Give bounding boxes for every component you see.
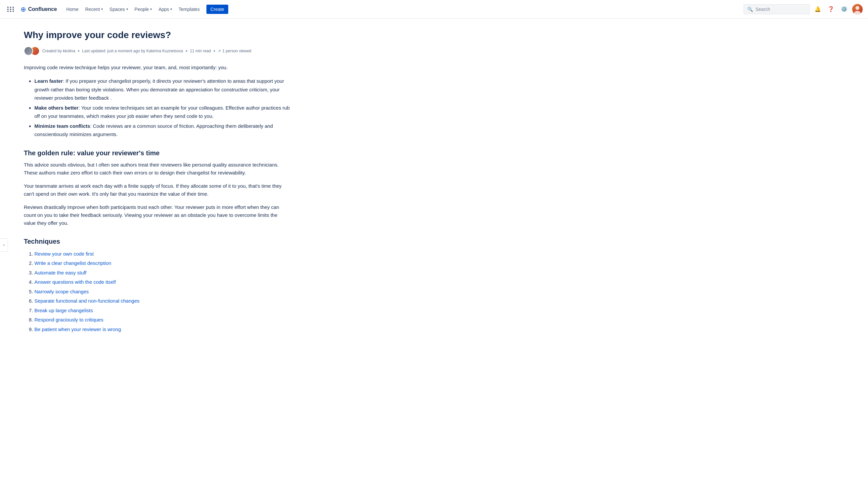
techniques-heading: Techniques [24,238,290,245]
list-item: Write a clear changelist description [34,259,290,268]
confluence-logo-text: Confluence [28,6,57,12]
search-icon: 🔍 [747,7,753,12]
svg-point-0 [856,6,859,10]
page-title: Why improve your code reviews? [24,29,290,41]
nav-right: 🔍 Search 🔔 ❓ ⚙️ [744,4,863,15]
svg-point-1 [854,11,861,15]
created-by: Created by kkolina [42,49,75,53]
help-button[interactable]: ❓ [826,4,836,15]
list-item: Respond graciously to critiques [34,315,290,325]
list-item: Minimize team conflicts: Code reviews ar… [34,122,290,139]
nav-left: ⊕ Confluence Home Recent ▾ Spaces ▾ Peop… [5,5,228,14]
user-avatar[interactable] [852,4,863,15]
confluence-logo-icon: ⊕ [21,5,26,13]
last-updated: Last updated: just a moment ago by Kater… [82,49,183,53]
technique-link[interactable]: Answer questions with the code itself [34,279,116,285]
apps-chevron-icon: ▾ [170,7,172,11]
spaces-chevron-icon: ▾ [126,7,128,11]
meta-section: Created by kkolina • Last updated: just … [24,46,290,56]
navbar: ⊕ Confluence Home Recent ▾ Spaces ▾ Peop… [0,0,868,19]
technique-link[interactable]: Write a clear changelist description [34,260,111,266]
technique-link[interactable]: Respond graciously to critiques [34,317,103,322]
list-item: Answer questions with the code itself [34,278,290,287]
nav-spaces[interactable]: Spaces ▾ [107,5,131,14]
read-time: 11 min read [190,49,211,53]
settings-button[interactable]: ⚙️ [839,4,849,15]
list-item: Make others better: Your code review tec… [34,104,290,120]
sidebar-toggle-button[interactable]: › [0,238,8,252]
golden-rule-p2: Your teammate arrives at work each day w… [24,182,290,198]
list-item: Automate the easy stuff [34,268,290,278]
technique-link[interactable]: Review your own code first [34,251,94,257]
list-item: Narrowly scope changes [34,287,290,297]
technique-link[interactable]: Narrowly scope changes [34,289,89,294]
apps-grid-icon[interactable] [5,5,17,14]
views-icon: ↗ [218,49,221,53]
golden-rule-heading: The golden rule: value your reviewer's t… [24,149,290,157]
search-placeholder: Search [755,7,770,12]
intro-text: Improving code review technique helps yo… [24,63,290,71]
author-avatars [24,46,40,56]
search-box[interactable]: 🔍 Search [744,4,810,14]
nav-apps[interactable]: Apps ▾ [156,5,175,14]
technique-link[interactable]: Separate functional and non-functional c… [34,298,140,304]
nav-templates[interactable]: Templates [176,5,203,14]
create-button[interactable]: Create [207,5,228,14]
benefits-list: Learn faster: If you prepare your change… [34,77,290,139]
confluence-logo[interactable]: ⊕ Confluence [21,5,57,13]
golden-rule-p3: Reviews drastically improve when both pa… [24,203,290,227]
technique-link[interactable]: Break up large changelists [34,308,93,313]
nav-home[interactable]: Home [63,5,81,14]
notifications-button[interactable]: 🔔 [812,4,823,15]
main-content: Why improve your code reviews? Created b… [8,19,306,365]
list-item: Separate functional and non-functional c… [34,296,290,306]
list-item: Learn faster: If you prepare your change… [34,77,290,102]
technique-link[interactable]: Automate the easy stuff [34,270,86,276]
recent-chevron-icon: ▾ [101,7,103,11]
list-item: Be patient when your reviewer is wrong [34,325,290,335]
list-item: Break up large changelists [34,306,290,316]
list-item: Review your own code first [34,249,290,259]
golden-rule-p1: This advice sounds obvious, but I often … [24,161,290,177]
page-views: ↗ 1 person viewed [218,49,251,53]
nav-recent[interactable]: Recent ▾ [82,5,105,14]
techniques-list: Review your own code firstWrite a clear … [34,249,290,335]
sidebar-toggle-icon: › [3,243,5,247]
technique-link[interactable]: Be patient when your reviewer is wrong [34,326,121,332]
people-chevron-icon: ▾ [150,7,152,11]
nav-people[interactable]: People ▾ [132,5,155,14]
